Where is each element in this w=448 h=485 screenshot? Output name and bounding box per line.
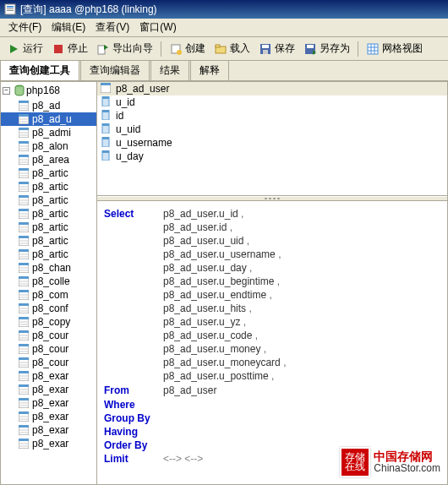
tree-table-item[interactable]: p8_area bbox=[1, 153, 96, 166]
watermark-cn: 中国存储网 bbox=[374, 450, 440, 462]
tree-table-item[interactable]: p8_artic bbox=[1, 207, 96, 221]
tree-table-item[interactable]: p8_colle bbox=[1, 275, 96, 288]
query-icon bbox=[3, 3, 17, 16]
export-icon bbox=[96, 42, 110, 56]
load-button[interactable]: 载入 bbox=[210, 40, 254, 57]
svg-rect-6 bbox=[98, 46, 105, 54]
export-wizard-button[interactable]: 导出向导 bbox=[93, 40, 156, 57]
tree-root[interactable]: − php168 bbox=[1, 82, 96, 99]
sql-select-row[interactable]: p8_ad_user.u_begintime , bbox=[104, 275, 440, 288]
tree-table-item[interactable]: p8_artic bbox=[1, 180, 96, 193]
watermark-logo: 存储 在线 bbox=[340, 447, 370, 477]
save-as-button[interactable]: 另存为 bbox=[300, 40, 353, 57]
tree-table-item[interactable]: p8_exar bbox=[1, 423, 96, 437]
tree-table-item[interactable]: p8_exar bbox=[1, 437, 96, 450]
sql-select-row[interactable]: p8_ad_user.u_username , bbox=[104, 248, 440, 261]
tree-table-item[interactable]: p8_com bbox=[1, 288, 96, 302]
field-item[interactable]: u_day bbox=[97, 150, 447, 163]
run-button[interactable]: 运行 bbox=[3, 40, 46, 57]
save-button[interactable]: 保存 bbox=[255, 40, 298, 57]
tab-query-builder[interactable]: 查询创建工具 bbox=[0, 60, 79, 80]
tree-table-item[interactable]: p8_cour bbox=[1, 342, 96, 356]
sql-select-row[interactable]: p8_ad_user.u_money , bbox=[104, 343, 440, 356]
expander-icon[interactable]: − bbox=[3, 87, 10, 95]
menu-file[interactable]: 文件(F) bbox=[3, 19, 46, 36]
field-item[interactable]: u_uid bbox=[97, 123, 447, 136]
sql-select-row[interactable]: p8_ad_user.id , bbox=[104, 221, 440, 234]
svg-rect-2 bbox=[7, 8, 14, 9]
sql-where-row[interactable]: Where bbox=[104, 399, 440, 411]
tab-query-editor[interactable]: 查询编辑器 bbox=[80, 60, 150, 80]
tree-table-item[interactable]: p8_ad bbox=[1, 99, 96, 112]
tree-table-item[interactable]: p8_alon bbox=[1, 139, 96, 153]
svg-rect-131 bbox=[102, 110, 109, 112]
sql-select-row[interactable]: p8_ad_user.u_endtime , bbox=[104, 289, 440, 302]
field-item[interactable]: id bbox=[97, 109, 447, 123]
tree-table-item[interactable]: p8_artic bbox=[1, 193, 96, 207]
svg-rect-95 bbox=[19, 344, 29, 346]
menu-window[interactable]: 窗口(W) bbox=[134, 19, 181, 36]
tree-table-item[interactable]: p8_admi bbox=[1, 126, 96, 139]
svg-rect-107 bbox=[19, 384, 29, 387]
table-icon bbox=[18, 343, 30, 355]
tree-table-item[interactable]: p8_chan bbox=[1, 261, 96, 275]
tree-table-item[interactable]: p8_conf bbox=[1, 302, 96, 315]
sql-select-row[interactable]: p8_ad_user.u_code , bbox=[104, 330, 440, 342]
table-icon bbox=[18, 127, 30, 139]
tree-table-item[interactable]: p8_cour bbox=[1, 356, 96, 369]
svg-rect-10 bbox=[216, 45, 220, 47]
svg-rect-16 bbox=[368, 44, 378, 54]
menu-edit[interactable]: 编辑(E) bbox=[46, 19, 90, 36]
tree-table-item[interactable]: p8_exar bbox=[1, 369, 96, 383]
tab-explain[interactable]: 解释 bbox=[190, 60, 229, 80]
tree-table-item[interactable]: p8_artic bbox=[1, 234, 96, 248]
sql-having-row[interactable]: Having bbox=[104, 426, 440, 439]
table-icon bbox=[18, 316, 30, 328]
tree-table-item[interactable]: p8_artic bbox=[1, 166, 96, 180]
table-icon bbox=[18, 181, 30, 193]
table-icon bbox=[18, 397, 30, 409]
sql-select-row[interactable]: p8_ad_user.u_posttime , bbox=[104, 370, 440, 383]
sql-select-row[interactable]: p8_ad_user.u_uid , bbox=[104, 235, 440, 248]
fields-panel: p8_ad_user u_ididu_uidu_usernameu_day bbox=[97, 82, 447, 196]
column-icon bbox=[101, 96, 112, 108]
tree-table-item[interactable]: p8_artic bbox=[1, 248, 96, 261]
sql-groupby-row[interactable]: Group By bbox=[104, 412, 440, 425]
sql-select-row[interactable]: Select p8_ad_user.u_id , bbox=[104, 208, 440, 221]
tree-table-item[interactable]: p8_cour bbox=[1, 329, 96, 342]
svg-rect-43 bbox=[19, 168, 29, 171]
sql-panel[interactable]: Select p8_ad_user.u_id , p8_ad_user.id ,… bbox=[97, 201, 447, 484]
sql-select-row[interactable]: p8_ad_user.u_hits , bbox=[104, 302, 440, 315]
sql-from-row[interactable]: Fromp8_ad_user bbox=[104, 384, 440, 397]
svg-rect-75 bbox=[19, 276, 29, 279]
sql-select-row[interactable]: p8_ad_user.u_yz , bbox=[104, 316, 440, 329]
sql-select-row[interactable]: p8_ad_user.u_moneycard , bbox=[104, 357, 440, 369]
svg-rect-115 bbox=[19, 411, 29, 414]
svg-rect-135 bbox=[102, 137, 109, 139]
table-icon bbox=[18, 100, 30, 112]
svg-rect-35 bbox=[19, 141, 29, 144]
table-icon bbox=[18, 275, 30, 287]
table-icon bbox=[18, 357, 30, 368]
fields-table-header[interactable]: p8_ad_user bbox=[97, 82, 447, 95]
svg-rect-39 bbox=[19, 155, 29, 157]
toolbar-separator bbox=[161, 41, 161, 57]
tree-table-item[interactable]: p8_exar bbox=[1, 396, 96, 410]
tree-table-item[interactable]: p8_exar bbox=[1, 383, 96, 396]
svg-rect-51 bbox=[19, 195, 29, 198]
tree-table-item[interactable]: p8_copy bbox=[1, 315, 96, 329]
menu-view[interactable]: 查看(V) bbox=[90, 19, 134, 36]
create-button[interactable]: 创建 bbox=[166, 40, 209, 57]
svg-rect-47 bbox=[19, 182, 29, 184]
field-item[interactable]: u_username bbox=[97, 136, 447, 150]
menubar: 文件(F) 编辑(E) 查看(V) 窗口(W) bbox=[0, 19, 448, 37]
tab-results[interactable]: 结果 bbox=[150, 60, 189, 80]
svg-rect-63 bbox=[19, 236, 29, 238]
sql-select-row[interactable]: p8_ad_user.u_day , bbox=[104, 262, 440, 275]
tree-table-item[interactable]: p8_exar bbox=[1, 410, 96, 423]
tree-table-item[interactable]: p8_ad_u bbox=[1, 112, 96, 126]
tree-table-item[interactable]: p8_artic bbox=[1, 221, 96, 234]
stop-button[interactable]: 停止 bbox=[48, 40, 91, 57]
grid-view-button[interactable]: 网格视图 bbox=[363, 40, 426, 57]
field-item[interactable]: u_id bbox=[97, 95, 447, 109]
